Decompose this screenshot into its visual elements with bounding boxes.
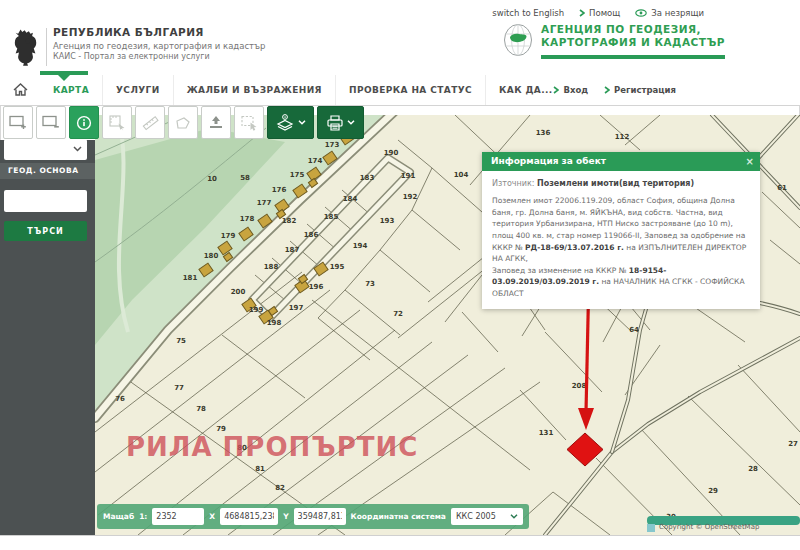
register-link[interactable]: Регистрация: [604, 85, 676, 95]
basemap-select[interactable]: [4, 139, 87, 160]
parcel-number-label: 196: [309, 283, 324, 291]
crs-select[interactable]: ККС 2005: [451, 508, 523, 525]
y-coordinate-input[interactable]: [294, 508, 346, 525]
parcel-number-label: 197: [289, 304, 304, 312]
parcel-number-label: 76: [115, 395, 125, 403]
agency-logo: АГЕНЦИЯ ПО ГЕОДЕЗИЯ, КАРТОГРАФИЯ И КАДАС…: [503, 23, 725, 59]
geod-search-input[interactable]: [4, 190, 87, 212]
upload-button[interactable]: [201, 106, 231, 139]
parcel-number-label: 191: [401, 172, 416, 180]
zoom-window-button[interactable]: [3, 106, 33, 139]
search-button[interactable]: ТЪРСИ: [4, 221, 87, 241]
chevron-right-icon: [553, 86, 559, 94]
parcel-number-label: 175: [290, 171, 305, 179]
parcel-number-label: 181: [183, 274, 198, 282]
parcel-number-label: 180: [204, 252, 219, 260]
main-navigation: КАРТАУСЛУГИЖАЛБИ И ВЪЗРАЖЕНИЯПРОВЕРКА НА…: [0, 75, 800, 106]
geod-osnova-header: ГЕОД. ОСНОВА: [0, 163, 95, 179]
parcel-info-text: Поземлен имот 22006.119.209, област Софи…: [492, 195, 750, 300]
parcel-number-label: 195: [330, 263, 345, 271]
x-coordinate-input[interactable]: [220, 508, 278, 525]
parcel-number-label: 27: [788, 440, 798, 448]
nav-tab-proverka[interactable]: ПРОВЕРКА НА СТАТУС: [335, 75, 485, 105]
home-icon[interactable]: [12, 82, 29, 97]
scale-label: Мащаб: [103, 512, 134, 521]
scale-input[interactable]: [152, 508, 204, 525]
parcel-number-label: 187: [285, 246, 300, 254]
parcel-number-label: 173: [325, 141, 340, 149]
chevron-right-icon: [604, 86, 610, 94]
accessibility-link[interactable]: За незрящи: [635, 8, 704, 18]
parcel-number-label: 182: [282, 217, 297, 225]
watermark-text: РИЛА ПРОПЪРТИС: [126, 432, 418, 462]
chevron-right-icon: [579, 9, 585, 17]
parcel-number-label: 194: [353, 242, 368, 250]
page-header: РЕПУБЛИКА БЪЛГАРИЯ Агенция по геодезия, …: [0, 0, 800, 75]
print-button[interactable]: [317, 106, 364, 139]
parcel-number-label: 199: [249, 306, 264, 314]
parcel-number-label: 190: [384, 149, 399, 157]
nav-tab-zhalbi[interactable]: ЖАЛБИ И ВЪЗРАЖЕНИЯ: [173, 75, 335, 105]
osm-logo-icon: [647, 524, 655, 532]
parcel-number-label: 73: [365, 280, 375, 288]
parcel-number-label: 179: [221, 232, 236, 240]
measure-distance-button[interactable]: [135, 106, 165, 139]
y-label: Y: [283, 512, 288, 521]
source-label: Източник:: [492, 179, 534, 188]
parcel-number-label: 198: [267, 319, 282, 327]
parcel-number-label: 192: [403, 193, 418, 201]
parcel-number-label: 186: [304, 231, 319, 239]
parcel-number-label: 208: [572, 382, 587, 390]
parcel-number-label: 184: [343, 195, 358, 203]
agency-subtitle: Агенция по геодезия, картография и кадас…: [53, 42, 265, 51]
popup-body: Източник: Поземлени имоти(вид територия)…: [482, 171, 760, 309]
portal-subtitle: КАИС - Портал за електронни услуги: [53, 53, 265, 61]
parcel-number-label: 185: [324, 213, 339, 221]
auth-links: Вход Регистрация: [553, 75, 676, 105]
parcel-number-label: 10: [207, 175, 217, 183]
login-link[interactable]: Вход: [553, 85, 588, 95]
parcel-number-label: 61: [777, 184, 787, 192]
close-icon[interactable]: ×: [746, 152, 754, 171]
parcel-number-label: 28: [748, 465, 758, 473]
draw-polygon-button[interactable]: [168, 106, 198, 139]
object-info-popup: Информация за обект × Източник: Поземлен…: [482, 152, 760, 309]
nav-tabs: КАРТАУСЛУГИЖАЛБИ И ВЪЗРАЖЕНИЯПРОВЕРКА НА…: [40, 75, 566, 105]
parcel-number-label: 193: [380, 217, 395, 225]
republic-title: РЕПУБЛИКА БЪЛГАРИЯ: [53, 27, 265, 38]
parcel-number-label: 75: [176, 337, 186, 345]
map-toolbar: [3, 106, 364, 139]
parcel-number-label: 78: [196, 405, 206, 413]
agency-title-block: РЕПУБЛИКА БЪЛГАРИЯ Агенция по геодезия, …: [53, 27, 265, 61]
help-link[interactable]: Помощ: [579, 8, 620, 18]
header-divider: [46, 28, 47, 66]
nav-tab-karta[interactable]: КАРТА: [40, 75, 102, 105]
logo-title: АГЕНЦИЯ ПО ГЕОДЕЗИЯ, КАРТОГРАФИЯ И КАДАС…: [541, 23, 725, 49]
parcel-number-label: 183: [360, 174, 375, 182]
parcel-number-label: 200: [231, 288, 246, 296]
chevron-down-icon: [510, 514, 518, 519]
parcel-number-label: 188: [264, 263, 279, 271]
kais-portal-page: РЕПУБЛИКА БЪЛГАРИЯ Агенция по геодезия, …: [0, 0, 800, 550]
measure-area-button[interactable]: [102, 106, 132, 139]
logo-underline: [541, 55, 725, 59]
nav-tab-uslugi[interactable]: УСЛУГИ: [102, 75, 173, 105]
parcel-number-label: 82: [275, 484, 285, 492]
parcel-number-label: 136: [536, 129, 551, 137]
parcel-number-label: 112: [615, 133, 630, 141]
chevron-down-icon: [73, 146, 82, 152]
select-features-button[interactable]: [234, 106, 264, 139]
parcel-number-label: 64: [629, 326, 639, 334]
switch-to-english-link[interactable]: switch to English: [492, 8, 564, 18]
parcel-number-label: 81: [255, 465, 265, 473]
layers-info-button[interactable]: [267, 106, 314, 139]
parcel-number-label: 58: [240, 174, 250, 182]
footer-strip: [0, 535, 800, 550]
parcel-number-label: 174: [308, 157, 323, 165]
map-statusbar: Мащаб 1: X Y Координатна система ККС 200…: [97, 504, 529, 529]
parcel-number-label: 72: [393, 310, 403, 318]
identify-button[interactable]: [69, 106, 99, 139]
source-value: Поземлени имоти(вид територия): [537, 179, 694, 188]
zoom-extent-button[interactable]: [36, 106, 66, 139]
copyright-text: Copyright © OpenStreetMap: [659, 523, 759, 531]
